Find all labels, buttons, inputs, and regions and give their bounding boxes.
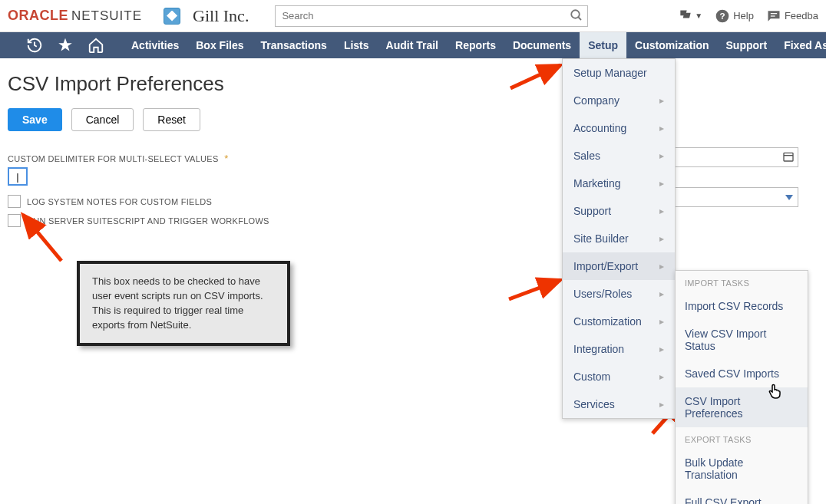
log-notes-checkbox[interactable] [8, 195, 21, 208]
flag-icon [678, 8, 693, 24]
chevron-right-icon: ▸ [659, 123, 664, 133]
nav-items: ActivitiesBox FilesTransactionsListsAudi… [123, 32, 826, 58]
setup-dropdown: Setup ManagerCompany▸Accounting▸Sales▸Ma… [562, 58, 676, 247]
svg-rect-6 [784, 153, 793, 161]
search-input[interactable] [275, 5, 588, 27]
svg-line-1 [579, 17, 582, 20]
calendar-icon [782, 150, 795, 163]
company-icon [164, 8, 180, 25]
help-label: Help [733, 10, 754, 21]
role-switcher[interactable]: ▼ [678, 8, 702, 24]
chevron-down-icon [785, 195, 793, 200]
setup-menu-sales[interactable]: Sales▸ [563, 142, 675, 170]
nav-item-support[interactable]: Support [718, 32, 776, 58]
setup-menu-setup-manager[interactable]: Setup Manager [563, 59, 675, 87]
help-icon: ? [715, 8, 730, 24]
star-icon[interactable] [57, 37, 74, 54]
brand-secondary: NETSUITE [71, 8, 142, 24]
nav-item-reports[interactable]: Reports [447, 32, 504, 58]
side-select-field[interactable] [674, 187, 798, 207]
search-wrap [275, 5, 588, 27]
reset-button[interactable]: Reset [143, 108, 200, 131]
delimiter-input[interactable] [8, 167, 28, 186]
page-title: CSV Import Preferences [8, 72, 818, 96]
cancel-button[interactable]: Cancel [71, 108, 134, 131]
chevron-right-icon: ▸ [659, 233, 664, 244]
setup-menu-site-builder[interactable]: Site Builder▸ [563, 225, 675, 247]
brand-logo: ORACLE NETSUITE [8, 8, 142, 24]
svg-point-0 [572, 10, 580, 18]
nav-item-activities[interactable]: Activities [123, 32, 187, 58]
brand-primary: ORACLE [8, 8, 68, 24]
nav-item-fixed-assets[interactable]: Fixed Assets [775, 32, 826, 58]
search-icon[interactable] [570, 8, 583, 22]
help-link[interactable]: ? Help [715, 8, 754, 24]
setup-menu-accounting[interactable]: Accounting▸ [563, 114, 675, 142]
run-scripts-row: RUN SERVER SUITESCRIPT AND TRIGGER WORKF… [8, 214, 818, 227]
chevron-right-icon: ▸ [659, 206, 664, 216]
nav-item-documents[interactable]: Documents [504, 32, 580, 58]
nav-item-transactions[interactable]: Transactions [253, 32, 335, 58]
feedback-icon [766, 8, 781, 24]
nav-item-setup[interactable]: Setup [580, 32, 626, 58]
arrow-annotation-2 [507, 61, 568, 92]
main-nav: ActivitiesBox FilesTransactionsListsAudi… [0, 32, 826, 58]
delimiter-label: CUSTOM DELIMITER FOR MULTI-SELECT VALUES [8, 154, 219, 163]
svg-text:?: ? [720, 11, 725, 21]
arrow-annotation-1 [15, 207, 77, 247]
setup-menu-company[interactable]: Company▸ [563, 87, 675, 114]
app-header: ORACLE NETSUITE Gill Inc. ▼ ? Help Feedb… [0, 0, 826, 32]
company-name: Gill Inc. [193, 6, 249, 26]
log-notes-label: LOG SYSTEM NOTES FOR CUSTOM FIELDS [27, 197, 212, 206]
svg-line-8 [23, 215, 61, 247]
nav-item-audit-trail[interactable]: Audit Trail [378, 32, 447, 58]
feedback-label: Feedba [785, 10, 818, 21]
chevron-right-icon: ▸ [659, 150, 664, 161]
button-row: Save Cancel Reset [8, 108, 818, 131]
svg-line-9 [510, 65, 560, 88]
nav-item-lists[interactable]: Lists [335, 32, 378, 58]
required-asterisk: * [224, 153, 228, 164]
feedback-link[interactable]: Feedba [766, 8, 818, 24]
history-icon[interactable] [26, 37, 43, 54]
header-right: ▼ ? Help Feedba [678, 8, 818, 24]
home-icon[interactable] [88, 37, 104, 54]
side-date-field[interactable] [674, 147, 798, 167]
chevron-right-icon: ▸ [659, 95, 664, 106]
nav-icon-group [8, 37, 112, 54]
setup-menu-support[interactable]: Support▸ [563, 197, 675, 225]
save-button[interactable]: Save [8, 108, 62, 131]
chevron-right-icon: ▸ [659, 178, 664, 189]
nav-item-customization[interactable]: Customization [626, 32, 717, 58]
nav-item-box-files[interactable]: Box Files [187, 32, 252, 58]
setup-menu-marketing[interactable]: Marketing▸ [563, 170, 675, 197]
